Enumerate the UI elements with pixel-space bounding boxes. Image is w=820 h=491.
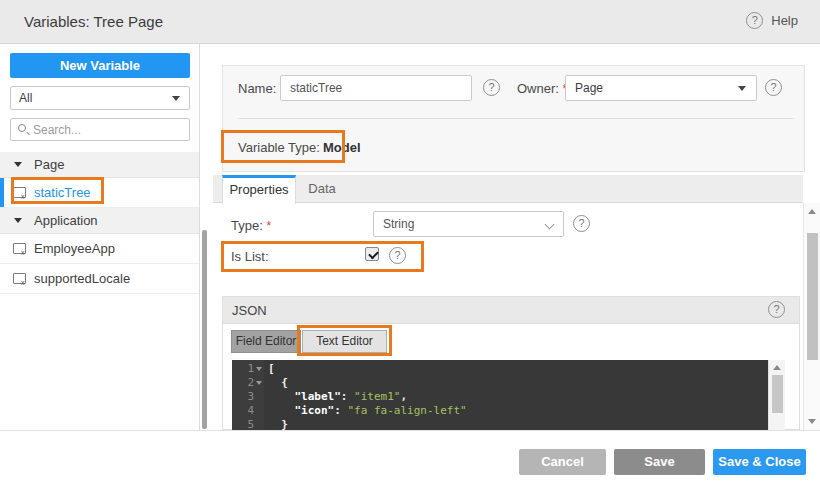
owner-help-icon[interactable]: ? [765, 79, 782, 96]
search-icon [18, 124, 26, 132]
owner-value: Page [575, 81, 603, 95]
code-line: "icon": "fa fa-align-left" [268, 404, 768, 418]
editor-gutter: 1 2 3 4 5 [232, 360, 264, 430]
sidebar-scrollbar-thumb[interactable] [202, 230, 207, 429]
tree-item-employeeapp[interactable]: EmployeeApp [0, 234, 199, 264]
tree-item-supportedlocale[interactable]: supportedLocale [0, 264, 199, 294]
variable-filter-select[interactable]: All [10, 86, 190, 110]
is-list-help-icon[interactable]: ? [389, 247, 406, 264]
name-label: Name: * [238, 81, 285, 96]
save-button[interactable]: Save [614, 449, 705, 475]
variable-filter-value: All [19, 91, 32, 105]
variables-sidebar: New Variable All Page staticTree Applica… [0, 44, 200, 430]
owner-select[interactable]: Page [565, 75, 757, 101]
editor-scrollbar-thumb[interactable] [772, 375, 783, 413]
tree-group-label: Application [34, 213, 98, 228]
tree-group-label: Page [34, 157, 64, 172]
code-line: [ [268, 362, 768, 376]
type-help-icon[interactable]: ? [573, 215, 590, 232]
json-text-editor[interactable]: 1 2 3 4 5 [ { "label": "item1", "icon": … [232, 360, 785, 430]
field-editor-button[interactable]: Field Editor [231, 330, 301, 353]
code-line: { [268, 376, 768, 390]
variable-icon [13, 273, 26, 284]
caret-down-icon [14, 218, 22, 223]
json-title: JSON [232, 303, 267, 318]
dialog-header: Variables: Tree Page ? Help [0, 0, 820, 44]
chevron-down-icon [545, 220, 555, 230]
fold-caret-icon[interactable] [256, 381, 262, 385]
caret-down-icon [14, 162, 22, 167]
editor-scrollbar[interactable] [768, 360, 785, 430]
line-number: 2 [232, 376, 254, 390]
help-label: Help [771, 13, 798, 28]
new-variable-button[interactable]: New Variable [10, 53, 190, 78]
line-number: 1 [232, 362, 254, 376]
help-button[interactable]: ? Help [746, 12, 798, 29]
search-box [10, 118, 190, 141]
code-line: "label": "item1", [268, 390, 768, 404]
is-list-checkbox[interactable] [365, 247, 379, 261]
scroll-down-icon[interactable] [808, 419, 816, 424]
fold-caret-icon[interactable] [256, 367, 262, 371]
help-icon: ? [746, 12, 763, 29]
variables-tree: Page staticTree Application EmployeeApp … [0, 152, 199, 294]
variables-dialog: Variables: Tree Page ? Help New Variable… [0, 0, 820, 491]
json-section-header: JSON ? [223, 297, 799, 324]
variable-icon [13, 187, 26, 198]
text-editor-button[interactable]: Text Editor [302, 330, 387, 353]
selected-indicator [0, 178, 4, 207]
save-close-button[interactable]: Save & Close [713, 449, 806, 475]
variable-summary-panel: Name: * ? Owner: * Page ? Variable Type:… [222, 65, 805, 172]
tree-item-statictree[interactable]: staticTree [0, 178, 199, 208]
tree-group-application[interactable]: Application [0, 208, 199, 234]
chevron-down-icon [738, 86, 746, 91]
type-label: Type: * [231, 218, 271, 233]
variable-type-label: Variable Type: [238, 140, 320, 155]
line-number: 3 [232, 390, 254, 404]
name-help-icon[interactable]: ? [483, 79, 500, 96]
tab-data[interactable]: Data [296, 175, 348, 203]
chevron-down-icon [172, 96, 180, 101]
scroll-up-icon[interactable] [808, 209, 816, 214]
editor-code: [ { "label": "item1", "icon": "fa fa-ali… [268, 360, 768, 430]
page-title: Variables: Tree Page [24, 13, 163, 30]
code-line: } [268, 418, 768, 430]
panel-divider [238, 118, 794, 119]
owner-label: Owner: * [517, 81, 567, 96]
variable-type-value: Model [323, 140, 361, 155]
tree-item-label: staticTree [34, 185, 91, 200]
name-input[interactable] [280, 75, 472, 101]
line-number: 4 [232, 404, 254, 418]
properties-scrollbar-thumb[interactable] [807, 233, 818, 360]
properties-scrollbar[interactable] [803, 203, 820, 430]
search-input[interactable] [33, 119, 187, 140]
footer-divider [0, 430, 820, 431]
cancel-button[interactable]: Cancel [519, 449, 606, 475]
type-select[interactable]: String [373, 211, 564, 237]
tab-properties[interactable]: Properties [222, 175, 296, 204]
variable-icon [13, 243, 26, 254]
required-asterisk: * [266, 219, 271, 233]
line-number: 5 [232, 418, 254, 430]
type-value: String [383, 217, 414, 231]
is-list-label: Is List: [231, 249, 269, 264]
scroll-up-icon[interactable] [773, 365, 781, 370]
json-help-icon[interactable]: ? [768, 301, 785, 318]
tree-group-page[interactable]: Page [0, 152, 199, 178]
tree-item-label: EmployeeApp [34, 241, 115, 256]
tree-item-label: supportedLocale [34, 271, 130, 286]
tab-bar: Properties Data [213, 175, 803, 203]
